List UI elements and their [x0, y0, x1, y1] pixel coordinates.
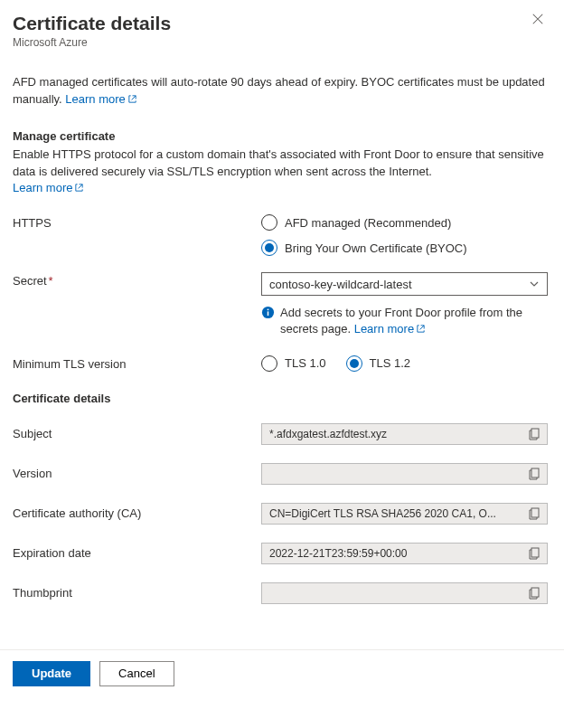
secret-dropdown[interactable]: contoso-key-wildcard-latest: [261, 272, 548, 296]
copy-icon[interactable]: [529, 547, 541, 560]
svg-rect-4: [531, 468, 539, 477]
secret-label: Secret: [13, 274, 47, 288]
svg-rect-6: [531, 548, 539, 557]
version-label: Version: [13, 467, 261, 480]
external-link-icon: [416, 322, 426, 338]
copy-icon[interactable]: [529, 468, 541, 480]
copy-icon[interactable]: [529, 507, 541, 520]
https-radio-byoc-label: Bring Your Own Certificate (BYOC): [285, 241, 467, 255]
svg-rect-3: [531, 429, 539, 438]
radio-checked-icon: [261, 240, 277, 256]
manage-learn-more-link[interactable]: Learn more: [13, 181, 84, 194]
subject-value: *.afdxgatest.azfdtest.xyz: [269, 428, 529, 440]
https-radio-afd-label: AFD managed (Recommended): [285, 216, 451, 230]
ca-value: CN=DigiCert TLS RSA SHA256 2020 CA1, O..…: [269, 507, 529, 520]
svg-rect-5: [531, 508, 539, 517]
radio-icon: [261, 214, 277, 231]
tls-radio-12[interactable]: TLS 1.2: [346, 355, 411, 372]
ca-label: Certificate authority (CA): [13, 506, 261, 520]
close-button[interactable]: [531, 13, 548, 29]
https-label: HTTPS: [13, 214, 261, 256]
copy-icon[interactable]: [529, 428, 541, 440]
required-indicator: *: [49, 274, 53, 288]
external-link-icon: [127, 92, 137, 109]
close-icon: [531, 13, 544, 25]
manage-section-desc: Enable HTTPS protocol for a custom domai…: [13, 147, 544, 178]
svg-point-2: [268, 309, 269, 311]
radio-icon: [261, 355, 277, 372]
radio-checked-icon: [346, 355, 362, 372]
page-title: Certificate details: [13, 13, 171, 34]
svg-rect-7: [531, 588, 539, 597]
subject-field: *.afdxgatest.azfdtest.xyz: [261, 423, 548, 445]
svg-rect-1: [268, 312, 269, 317]
https-radio-afd[interactable]: AFD managed (Recommended): [261, 214, 548, 231]
update-button[interactable]: Update: [13, 661, 90, 686]
thumbprint-field: [261, 582, 548, 604]
secret-learn-more-link[interactable]: Learn more: [354, 322, 426, 336]
tls-radio-10-label: TLS 1.0: [285, 356, 326, 370]
info-learn-more-link[interactable]: Learn more: [65, 92, 136, 106]
copy-icon[interactable]: [529, 587, 541, 600]
external-link-icon: [74, 181, 84, 198]
thumbprint-label: Thumbprint: [13, 586, 261, 600]
expiration-label: Expiration date: [13, 546, 261, 560]
info-icon: [261, 306, 275, 319]
tls-label: Minimum TLS version: [13, 355, 261, 372]
secret-dropdown-value: contoso-key-wildcard-latest: [269, 278, 412, 291]
cancel-button[interactable]: Cancel: [99, 661, 174, 686]
manage-section-title: Manage certificate: [13, 129, 548, 143]
https-radio-byoc[interactable]: Bring Your Own Certificate (BYOC): [261, 240, 548, 256]
version-field: [261, 463, 548, 485]
tls-radio-10[interactable]: TLS 1.0: [261, 355, 326, 372]
page-subtitle: Microsoft Azure: [13, 36, 171, 49]
chevron-down-icon: [529, 279, 540, 289]
expiration-value: 2022-12-21T23:59:59+00:00: [269, 547, 529, 560]
cert-section-title: Certificate details: [13, 392, 548, 405]
ca-field: CN=DigiCert TLS RSA SHA256 2020 CA1, O..…: [261, 503, 548, 525]
tls-radio-12-label: TLS 1.2: [370, 356, 411, 370]
expiration-field: 2022-12-21T23:59:59+00:00: [261, 543, 548, 564]
subject-label: Subject: [13, 427, 261, 440]
